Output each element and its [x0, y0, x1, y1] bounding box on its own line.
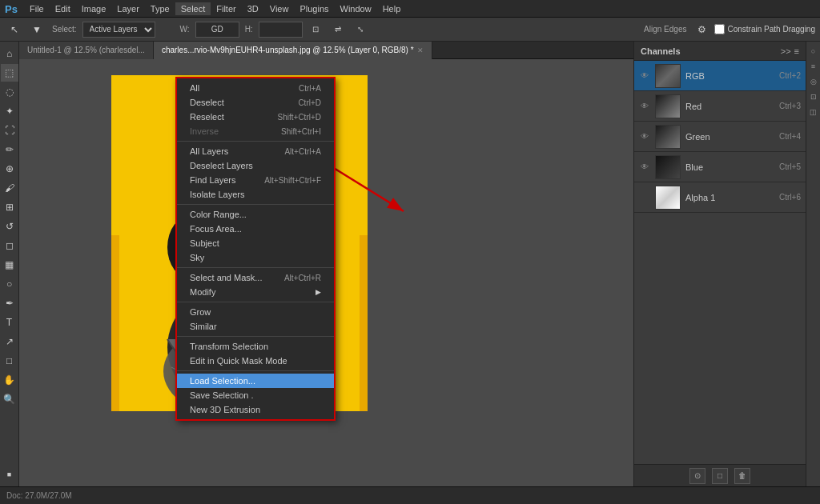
magic-wand-tool[interactable]: ✦: [1, 102, 18, 120]
constrain-path-checkbox[interactable]: Constrain Path Dragging: [714, 24, 815, 34]
menu-3d[interactable]: 3D: [242, 2, 264, 15]
channel-selection-btn[interactable]: ⊙: [689, 468, 705, 484]
menu-item-new-3d-extrusion[interactable]: New 3D Extrusion: [177, 402, 334, 417]
channel-eye-alpha[interactable]: 👁: [639, 192, 650, 203]
menu-type[interactable]: Type: [145, 2, 175, 15]
channel-delete-btn[interactable]: 🗑: [734, 468, 750, 484]
channel-item-red[interactable]: 👁 Red Ctrl+3: [634, 91, 806, 122]
channel-eye-blue[interactable]: 👁: [639, 162, 650, 173]
panel-menu-icon[interactable]: ≡: [794, 46, 799, 56]
menu-item-grow-label: Grow: [190, 307, 211, 317]
channel-item-alpha[interactable]: 👁 Alpha 1 Ctrl+6: [634, 182, 806, 213]
menu-item-reselect[interactable]: Reselect Shift+Ctrl+D: [177, 110, 334, 124]
menu-item-quick-mask[interactable]: Edit in Quick Mask Mode: [177, 354, 334, 368]
panel-expand-icon[interactable]: >>: [781, 46, 791, 56]
move-tool-btn[interactable]: ↖: [5, 20, 24, 39]
tool-arrow[interactable]: ▼: [27, 20, 46, 39]
channel-thumb-alpha: [655, 186, 681, 210]
zoom-tool[interactable]: 🔍: [1, 390, 18, 408]
text-tool[interactable]: T: [1, 314, 18, 331]
edge-btn-5[interactable]: ◫: [807, 106, 820, 118]
shape-tool[interactable]: □: [1, 352, 18, 370]
stamp-tool[interactable]: ⊞: [1, 198, 18, 216]
menu-item-transform-selection-label: Transform Selection: [190, 342, 268, 351]
home-tool[interactable]: ⌂: [1, 45, 18, 62]
menu-select[interactable]: Select: [175, 2, 211, 15]
foreground-color[interactable]: ■: [1, 466, 18, 483]
menu-help[interactable]: Help: [377, 2, 407, 15]
select-label: Select:: [52, 25, 77, 34]
menu-item-find-layers[interactable]: Find Layers Alt+Shift+Ctrl+F: [177, 173, 334, 187]
dodge-tool[interactable]: ○: [1, 275, 18, 293]
height-input[interactable]: [259, 22, 303, 38]
width-input[interactable]: [195, 22, 239, 38]
channel-name-alpha: Alpha 1: [685, 193, 774, 202]
gradient-tool[interactable]: ▦: [1, 256, 18, 274]
tab-untitled[interactable]: Untitled-1 @ 12.5% (charlesdel...: [19, 42, 154, 59]
tab-close-btn[interactable]: ✕: [417, 46, 424, 54]
menu-item-subject[interactable]: Subject: [177, 236, 334, 250]
channel-name-blue: Blue: [685, 162, 774, 172]
edge-btn-1[interactable]: ○: [807, 45, 820, 58]
menu-filter[interactable]: Filter: [211, 2, 241, 15]
menu-item-select-mask[interactable]: Select and Mask... Alt+Ctrl+R: [177, 270, 334, 285]
menu-item-color-range[interactable]: Color Range...: [177, 207, 334, 222]
menu-item-all-layers[interactable]: All Layers Alt+Ctrl+A: [177, 144, 334, 158]
channel-shortcut-red: Ctrl+3: [779, 102, 801, 110]
pen-tool[interactable]: ✒: [1, 294, 18, 312]
constrain-path-check[interactable]: [714, 24, 725, 34]
menu-item-grow[interactable]: Grow: [177, 305, 334, 319]
menu-item-transform-selection[interactable]: Transform Selection: [177, 339, 334, 354]
eyedropper-tool[interactable]: ✏: [1, 141, 18, 158]
channel-item-blue[interactable]: 👁 Blue Ctrl+5: [634, 152, 806, 182]
spot-heal-tool[interactable]: ⊕: [1, 160, 18, 178]
menu-image[interactable]: Image: [76, 2, 112, 15]
menu-item-all[interactable]: All Ctrl+A: [177, 81, 334, 95]
menu-layer[interactable]: Layer: [111, 2, 145, 15]
menu-item-save-selection[interactable]: Save Selection .: [177, 388, 334, 402]
settings-btn[interactable]: ⚙: [692, 20, 711, 39]
menu-item-focus-area[interactable]: Focus Area...: [177, 222, 334, 236]
menu-bar: Ps File Edit Image Layer Type Select Fil…: [0, 0, 820, 18]
channels-panel: Channels >> ≡ 👁 RGB Ctrl+2 👁 Red Ctrl+3: [633, 42, 806, 486]
menu-view[interactable]: View: [264, 2, 295, 15]
channel-item-rgb[interactable]: 👁 RGB Ctrl+2: [634, 61, 806, 91]
transform-btn[interactable]: ⇌: [328, 20, 348, 39]
warp-btn[interactable]: ⤡: [351, 20, 370, 39]
channel-save-btn[interactable]: □: [712, 468, 728, 484]
tab-charles-label: charles...rvio-Mv9hjnEUHR4-unsplash.jpg …: [162, 46, 414, 54]
channel-eye-green[interactable]: 👁: [639, 131, 650, 142]
menu-item-load-selection[interactable]: Load Selection...: [177, 374, 334, 388]
menu-item-similar[interactable]: Similar: [177, 319, 334, 334]
selection-tool[interactable]: ⬚: [1, 64, 18, 82]
edge-btn-2[interactable]: ≡: [807, 60, 820, 73]
path-tool[interactable]: ↗: [1, 333, 18, 350]
menu-item-deselect-layers[interactable]: Deselect Layers: [177, 158, 334, 173]
history-brush-tool[interactable]: ↺: [1, 218, 18, 235]
tab-charles[interactable]: charles...rvio-Mv9hjnEUHR4-unsplash.jpg …: [154, 42, 432, 59]
channel-item-green[interactable]: 👁 Green Ctrl+4: [634, 122, 806, 152]
edge-btn-4[interactable]: ⊡: [807, 90, 820, 103]
menu-file[interactable]: File: [24, 2, 50, 15]
lasso-tool[interactable]: ◌: [1, 83, 18, 101]
active-layers-select[interactable]: Active Layers: [82, 22, 155, 38]
menu-plugins[interactable]: Plugins: [294, 2, 334, 15]
menu-edit[interactable]: Edit: [50, 2, 76, 15]
edge-btn-3[interactable]: ◎: [807, 75, 820, 88]
menu-sep-1: [177, 141, 334, 142]
menu-item-modify[interactable]: Modify ▶: [177, 285, 334, 299]
menu-item-isolate-layers[interactable]: Isolate Layers: [177, 187, 334, 202]
eraser-tool[interactable]: ◻: [1, 237, 18, 254]
menu-item-sky[interactable]: Sky: [177, 250, 334, 265]
menu-item-subject-label: Subject: [190, 238, 219, 248]
constrain-btn[interactable]: ⊡: [306, 20, 325, 39]
menu-window[interactable]: Window: [335, 2, 377, 15]
svg-text:Ps: Ps: [5, 3, 18, 15]
channel-eye-rgb[interactable]: 👁: [639, 70, 650, 82]
crop-tool[interactable]: ⛶: [1, 122, 18, 139]
hand-tool[interactable]: ✋: [1, 371, 18, 389]
channel-eye-red[interactable]: 👁: [639, 101, 650, 112]
brush-tool[interactable]: 🖌: [1, 179, 18, 197]
panel-icons: >> ≡: [781, 46, 799, 56]
menu-item-deselect[interactable]: Deselect Ctrl+D: [177, 95, 334, 110]
